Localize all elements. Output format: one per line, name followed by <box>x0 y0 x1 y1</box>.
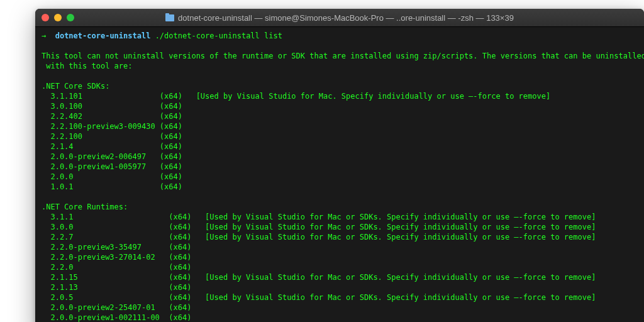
list-item: 2.0.5 (x64) [Used by Visual Studio for M… <box>42 293 596 302</box>
list-item: 2.2.0-preview3-27014-02 (x64) <box>42 253 201 262</box>
zoom-icon[interactable] <box>67 14 74 21</box>
window-title: dotnet-core-uninstall — simone@Simones-M… <box>35 13 644 23</box>
list-item: 3.1.1 (x64) [Used by Visual Studio for M… <box>42 213 596 221</box>
list-item: 2.2.7 (x64) [Used by Visual Studio for M… <box>42 233 596 242</box>
terminal-window: dotnet-core-uninstall — simone@Simones-M… <box>35 9 644 322</box>
prompt-line: → dotnet-core-uninstall ./dotnet-core-un… <box>42 31 282 40</box>
sdk-list: 3.1.101 (x64) [Used by Visual Studio for… <box>42 92 550 191</box>
list-item: 2.2.0 (x64) <box>42 263 201 272</box>
list-item: 2.0.0-preview2-006497 (x64) <box>42 152 191 161</box>
intro-text: This tool can not uninstall versions of … <box>42 52 644 70</box>
runtime-header: .NET Core Runtimes: <box>42 203 128 211</box>
list-item: 3.0.100 (x64) <box>42 102 191 111</box>
prompt-command: ./dotnet-core-uninstall list <box>155 31 282 40</box>
list-item: 2.0.0 (x64) <box>42 172 191 181</box>
title-text: dotnet-core-uninstall — simone@Simones-M… <box>178 13 514 23</box>
list-item: 2.1.4 (x64) <box>42 142 191 151</box>
list-item: 2.2.0-preview3-35497 (x64) <box>42 243 201 252</box>
prompt-cwd: dotnet-core-uninstall <box>55 31 151 40</box>
list-item: 2.0.0-preview1-002111-00 (x64) <box>42 313 201 322</box>
list-item: 2.0.0-preview1-005977 (x64) <box>42 162 191 171</box>
minimize-icon[interactable] <box>54 14 62 21</box>
list-item: 2.2.402 (x64) <box>42 112 191 121</box>
window-controls <box>42 14 74 21</box>
close-icon[interactable] <box>42 14 49 21</box>
list-item: 2.2.100 (x64) <box>42 132 191 141</box>
list-item: 3.0.0 (x64) [Used by Visual Studio for M… <box>42 223 596 231</box>
list-item: 3.1.101 (x64) [Used by Visual Studio for… <box>42 92 550 101</box>
prompt-arrow-icon: → <box>42 31 46 40</box>
list-item: 2.1.13 (x64) <box>42 283 201 292</box>
list-item: 2.0.0-preview2-25407-01 (x64) <box>42 303 201 312</box>
terminal-body[interactable]: → dotnet-core-uninstall ./dotnet-core-un… <box>35 27 644 322</box>
list-item: 2.2.100-preview3-009430 (x64) <box>42 122 191 131</box>
sdk-header: .NET Core SDKs: <box>42 82 109 91</box>
list-item: 2.1.15 (x64) [Used by Visual Studio for … <box>42 273 596 282</box>
titlebar[interactable]: dotnet-core-uninstall — simone@Simones-M… <box>35 9 644 27</box>
folder-icon <box>165 14 174 21</box>
list-item: 1.0.1 (x64) <box>42 182 191 191</box>
runtime-list: 3.1.1 (x64) [Used by Visual Studio for M… <box>42 213 596 322</box>
